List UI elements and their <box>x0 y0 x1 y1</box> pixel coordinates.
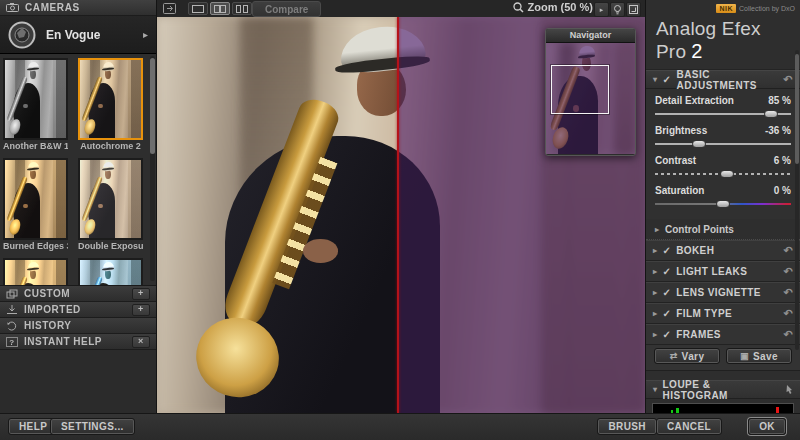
section-bokeh[interactable]: ▸✓BOKEH↶ <box>646 240 800 261</box>
background-select-icon[interactable] <box>626 2 641 17</box>
import-icon <box>6 305 18 315</box>
reset-icon[interactable]: ↶ <box>783 308 793 319</box>
section-light-leaks[interactable]: ▸✓LIGHT LEAKS↶ <box>646 261 800 282</box>
save-button[interactable]: ▣ Save <box>726 348 792 364</box>
panel-toggle-icon[interactable] <box>161 2 177 15</box>
camera-thumbnail-burned[interactable] <box>3 158 68 240</box>
analog-efex-window: CAMERAS En Vogue ▸ Another B&W 1Autochro… <box>0 0 800 440</box>
chevron-right-icon[interactable]: ▸ <box>653 246 657 255</box>
check-icon[interactable]: ✓ <box>662 308 671 319</box>
panel-imported[interactable]: IMPORTED+ <box>0 302 156 318</box>
check-icon[interactable]: ✓ <box>662 245 671 256</box>
section-frames[interactable]: ▸✓FRAMES↶ <box>646 324 800 345</box>
camera-thumbnail-cool[interactable] <box>78 258 143 286</box>
save-icon: ▣ <box>740 351 749 361</box>
side-by-side-view-icon[interactable] <box>232 2 252 15</box>
panel-label: INSTANT HELP <box>24 336 102 347</box>
preset-group-row[interactable]: En Vogue ▸ <box>0 16 156 54</box>
plus-icon[interactable]: + <box>132 304 150 316</box>
settings-button[interactable]: SETTINGS... <box>50 418 135 435</box>
chevron-right-icon[interactable]: ▸ <box>653 267 657 276</box>
navigator-view-region[interactable] <box>551 65 608 114</box>
ok-button[interactable]: OK <box>748 418 786 435</box>
cameras-panel: CAMERAS En Vogue ▸ Another B&W 1Autochro… <box>0 0 157 413</box>
reset-icon[interactable]: ↶ <box>783 287 793 298</box>
loupe-histogram-header[interactable]: ▾ LOUPE & HISTOGRAM <box>646 380 800 399</box>
slider-saturation: Saturation0 % <box>655 185 791 208</box>
basic-adjustments-header[interactable]: ▾ ✓ BASIC ADJUSTMENTS ↶ <box>646 70 800 89</box>
compare-button[interactable]: Compare <box>252 1 321 17</box>
check-icon[interactable]: ✓ <box>663 74 672 85</box>
cancel-button[interactable]: CANCEL <box>656 418 722 435</box>
slider-track-contrast[interactable] <box>655 170 791 178</box>
vary-button[interactable]: ⇄ Vary <box>654 348 720 364</box>
thumbnail-label: Burned Edges 3 <box>3 240 68 254</box>
slider-track-saturation[interactable] <box>655 200 791 208</box>
check-icon[interactable]: ✓ <box>662 266 671 277</box>
slider-value: 85 % <box>768 95 791 106</box>
right-scrollbar[interactable] <box>795 50 799 350</box>
plus-icon[interactable]: + <box>132 288 150 300</box>
section-label: LENS VIGNETTE <box>676 287 761 298</box>
left-scrollbar[interactable] <box>150 56 155 281</box>
slider-handle-brightness[interactable] <box>692 140 706 148</box>
chevron-right-icon[interactable]: ▸ <box>653 330 657 339</box>
chevron-down-icon[interactable]: ▾ <box>653 75 658 84</box>
branding-row: NIK Collection by DxO <box>646 0 800 16</box>
control-points-row[interactable]: ▸ Control Points <box>646 219 800 240</box>
close-icon[interactable]: × <box>132 336 150 348</box>
cameras-header[interactable]: CAMERAS <box>0 0 156 16</box>
navigator-panel[interactable]: Navigator <box>545 28 636 156</box>
camera-thumbnail-cell: Another B&W 1 <box>3 58 68 154</box>
preset-group-name: En Vogue <box>46 28 100 42</box>
chevron-down-icon[interactable]: ▾ <box>653 385 658 394</box>
control-points-label: Control Points <box>665 224 734 235</box>
panel-instant-help[interactable]: ?INSTANT HELP× <box>0 334 156 350</box>
chevron-right-icon[interactable]: ▸ <box>653 309 657 318</box>
camera-thumbnail-list: Another B&W 1Autochrome 2Burned Edges 3D… <box>0 54 156 286</box>
panel-history[interactable]: HISTORY <box>0 318 156 334</box>
thumbnail-label: Another B&W 1 <box>3 140 68 154</box>
chevron-right-icon[interactable]: ▸ <box>653 288 657 297</box>
zoom-level-label: Zoom (50 %) <box>528 1 593 13</box>
reset-icon[interactable]: ↶ <box>783 266 793 277</box>
brush-button[interactable]: BRUSH <box>597 418 657 435</box>
camera-thumbnail-autochrome[interactable] <box>78 58 143 140</box>
cameras-title: CAMERAS <box>25 2 80 13</box>
slider-handle-contrast[interactable] <box>720 170 734 178</box>
vary-save-row: ⇄ Vary ▣ Save <box>646 345 800 371</box>
chevron-right-icon[interactable]: ▸ <box>655 225 659 234</box>
camera-thumbnail-bw[interactable] <box>3 58 68 140</box>
slider-label: Detail Extraction <box>655 95 734 106</box>
slider-handle-detail-extraction[interactable] <box>764 110 778 118</box>
photo-preview[interactable]: Navigator <box>157 17 645 413</box>
split-view-icon[interactable] <box>210 2 230 15</box>
camera-thumbnail-cell <box>78 258 143 286</box>
footer-bar: HELP▾ SETTINGS... BRUSH CANCEL OK <box>0 413 800 440</box>
single-view-icon[interactable] <box>188 2 208 15</box>
camera-thumbnail-double[interactable] <box>78 158 143 240</box>
magnifier-icon <box>513 2 524 13</box>
slider-track-brightness[interactable] <box>655 140 791 148</box>
split-preview-divider[interactable] <box>397 17 399 413</box>
section-label: FRAMES <box>676 329 721 340</box>
reset-icon[interactable]: ↶ <box>783 74 793 85</box>
pin-icon[interactable] <box>784 384 793 395</box>
check-icon[interactable]: ✓ <box>662 329 671 340</box>
section-label: BOKEH <box>676 245 714 256</box>
zoom-dropdown-icon[interactable]: ▸ <box>594 2 609 17</box>
lightbulb-icon[interactable] <box>610 2 625 17</box>
reset-icon[interactable]: ↶ <box>783 245 793 256</box>
camera-thumbnail-warm[interactable] <box>3 258 68 286</box>
reset-icon[interactable]: ↶ <box>783 329 793 340</box>
slider-track-detail-extraction[interactable] <box>655 110 791 118</box>
basic-adjustments-title: BASIC ADJUSTMENTS <box>676 69 778 91</box>
check-icon[interactable]: ✓ <box>662 287 671 298</box>
navigator-title[interactable]: Navigator <box>546 29 635 43</box>
chevron-right-icon[interactable]: ▸ <box>143 29 148 40</box>
section-lens-vignette[interactable]: ▸✓LENS VIGNETTE↶ <box>646 282 800 303</box>
section-film-type[interactable]: ▸✓FILM TYPE↶ <box>646 303 800 324</box>
slider-handle-saturation[interactable] <box>716 200 730 208</box>
zoom-control[interactable]: Zoom (50 %) <box>513 1 593 13</box>
panel-custom[interactable]: CUSTOM+ <box>0 286 156 302</box>
